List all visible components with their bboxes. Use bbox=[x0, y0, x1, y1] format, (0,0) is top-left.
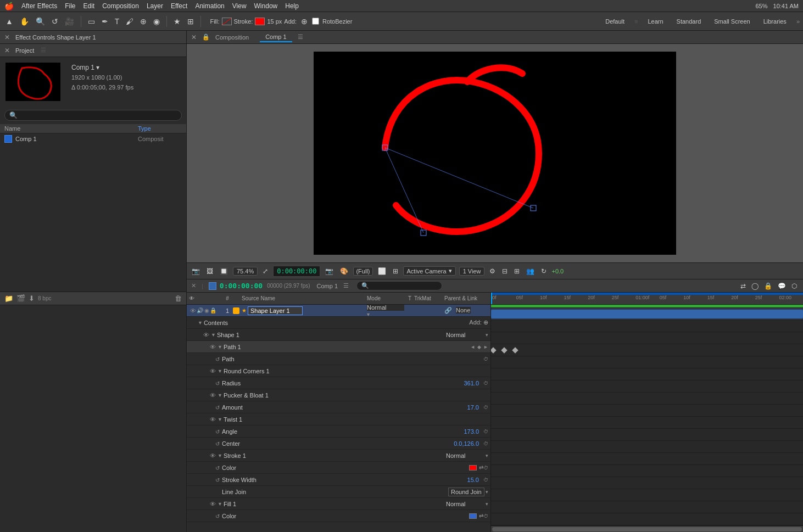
angle-row[interactable]: ↺ Angle 173.0 ⏱ bbox=[187, 425, 490, 438]
comp-tab[interactable]: Comp 1 bbox=[260, 32, 292, 42]
stroke1-row[interactable]: 👁 ▼ Stroke 1 Normal ▾ bbox=[187, 450, 490, 462]
timeline-transfer-btn[interactable]: ⇄ bbox=[739, 281, 748, 291]
line-join-row[interactable]: Line Join Round Join ▾ bbox=[187, 486, 490, 498]
workspace-small-screen[interactable]: Small Screen bbox=[711, 17, 753, 26]
comp-panel-menu-icon[interactable]: ☰ bbox=[298, 33, 303, 41]
stroke-color-row[interactable]: ↺ Color ⇄ ⏱ bbox=[187, 462, 490, 474]
comp-name-display[interactable]: Comp 1 ▾ bbox=[71, 63, 133, 73]
path-stopwatch-btn[interactable]: ⏱ bbox=[483, 356, 488, 362]
menu-edit[interactable]: Edit bbox=[83, 2, 94, 10]
comp-canvas[interactable] bbox=[187, 44, 803, 262]
project-close[interactable]: ✕ bbox=[4, 47, 10, 54]
rotate-tool[interactable]: ↺ bbox=[49, 16, 60, 27]
path-prop-row[interactable]: ↺ Path ⏱ bbox=[187, 353, 490, 365]
stroke-width-row[interactable]: ↺ Stroke Width 15.0 ⏱ bbox=[187, 474, 490, 486]
fill1-row[interactable]: 👁 ▼ Fill 1 Normal ▾ bbox=[187, 498, 490, 510]
project-search-input[interactable] bbox=[20, 112, 177, 119]
layer1-track[interactable] bbox=[491, 308, 803, 320]
layer-name-display[interactable]: Shape Layer 1 bbox=[248, 306, 303, 315]
line-join-select[interactable]: Round Join bbox=[448, 488, 484, 496]
hand-tool[interactable]: ✋ bbox=[18, 16, 31, 27]
round-corners-expand-arrow[interactable]: ▼ bbox=[218, 368, 222, 374]
radius-stopwatch[interactable]: ⏱ bbox=[483, 380, 488, 386]
round-corners-row[interactable]: 👁 ▼ Round Corners 1 bbox=[187, 365, 490, 377]
stroke1-mode-arrow[interactable]: ▾ bbox=[486, 453, 488, 458]
stroke-width-value[interactable]: 15 px bbox=[267, 18, 282, 25]
timeline-scrollbar-thumb[interactable] bbox=[492, 527, 802, 531]
timeline-time-display[interactable]: 0:00:00:00 bbox=[220, 282, 263, 290]
stroke-visibility-btn[interactable]: 👁 bbox=[209, 452, 216, 460]
menu-composition[interactable]: Composition bbox=[102, 2, 139, 10]
path1-kf-prev[interactable]: ◄ bbox=[470, 344, 475, 350]
people-btn[interactable]: 👥 bbox=[525, 266, 536, 276]
fit-btn[interactable]: ⤢ bbox=[261, 266, 270, 276]
menu-after-effects[interactable]: After Effects bbox=[21, 2, 57, 10]
amount-row[interactable]: ↺ Amount 17.0 ⏱ bbox=[187, 401, 490, 413]
show-snapshot-btn[interactable]: 🖼 bbox=[205, 266, 215, 276]
pen-tool[interactable]: ✒ bbox=[99, 16, 110, 27]
menu-animation[interactable]: Animation bbox=[195, 2, 224, 10]
text-tool[interactable]: T bbox=[113, 16, 122, 27]
refresh-btn[interactable]: ↻ bbox=[539, 266, 548, 276]
selection-tool[interactable]: ▲ bbox=[3, 16, 15, 27]
contents-add-btn[interactable]: Add: ⊕ bbox=[469, 319, 488, 326]
timeline-comment-btn[interactable]: 💬 bbox=[776, 281, 788, 291]
path1-row[interactable]: 👁 ▼ Path 1 ◄ ◆ ► bbox=[187, 341, 490, 353]
layer-row-1[interactable]: 👁 🔊 ◉ 🔒 1 ★ Shape Layer 1 bbox=[187, 305, 490, 317]
rectangle-tool[interactable]: ▭ bbox=[86, 16, 97, 27]
frame-camera-btn[interactable]: 📷 bbox=[324, 266, 335, 276]
timeline-search-input[interactable] bbox=[371, 283, 437, 289]
timeline-menu-icon[interactable]: ☰ bbox=[343, 282, 349, 289]
pucker-expand-arrow[interactable]: ▼ bbox=[218, 393, 222, 398]
menu-file[interactable]: File bbox=[65, 2, 75, 10]
zoom-tool[interactable]: 🔍 bbox=[34, 16, 47, 27]
color-btn[interactable]: 🎨 bbox=[338, 266, 350, 276]
contents-expand-arrow[interactable]: ▼ bbox=[198, 320, 203, 326]
project-title[interactable]: Project bbox=[15, 47, 34, 54]
brush-tool[interactable]: 🖌 bbox=[124, 16, 136, 27]
stroke-width-value[interactable]: 15.0 bbox=[467, 477, 479, 483]
menu-window[interactable]: Window bbox=[254, 2, 278, 10]
fill-visibility-btn[interactable]: 👁 bbox=[209, 500, 216, 508]
pucker-visibility-btn[interactable]: 👁 bbox=[209, 391, 216, 399]
workspace-learn[interactable]: Learn bbox=[644, 17, 666, 26]
fill-color-row[interactable]: ↺ Color ⇄ ⏱ bbox=[187, 510, 490, 522]
puppet-tool[interactable]: ◉ bbox=[151, 16, 162, 27]
comp-settings-btn[interactable]: ⚙ bbox=[488, 266, 497, 276]
layer-lock-btn[interactable]: 🔒 bbox=[210, 307, 216, 314]
stroke-expand-arrow[interactable]: ▼ bbox=[218, 453, 222, 458]
shape1-mode-arrow[interactable]: ▾ bbox=[486, 332, 488, 338]
roto-bezier-checkbox[interactable] bbox=[312, 18, 319, 25]
timeline-playhead[interactable] bbox=[491, 293, 492, 304]
timeline-lock-btn[interactable]: 🔒 bbox=[762, 281, 774, 291]
shape1-expand-arrow[interactable]: ▼ bbox=[211, 332, 216, 338]
twist-row[interactable]: 👁 ▼ Twist 1 bbox=[187, 413, 490, 425]
stroke-color-swatch[interactable] bbox=[469, 465, 477, 471]
clone-tool[interactable]: ⊕ bbox=[138, 16, 149, 27]
timeline-motion-btn[interactable]: ⬡ bbox=[790, 281, 799, 291]
fill-color-swatch[interactable] bbox=[469, 513, 477, 519]
contents-row[interactable]: ▼ Contents Add: ⊕ bbox=[187, 317, 490, 329]
stroke-color-stopwatch[interactable]: ⏱ bbox=[483, 465, 488, 471]
fill1-mode-arrow[interactable]: ▾ bbox=[486, 501, 488, 507]
menu-help[interactable]: Help bbox=[285, 2, 299, 10]
menu-layer[interactable]: Layer bbox=[147, 2, 163, 10]
layout2-btn[interactable]: ⊞ bbox=[512, 266, 521, 276]
fill-color-stopwatch[interactable]: ⏱ bbox=[483, 513, 488, 519]
current-time-display[interactable]: 0:00:00:00 bbox=[273, 266, 320, 277]
camera-select[interactable]: Active Camera ▾ bbox=[403, 266, 456, 276]
timeline-solo-btn[interactable]: ◯ bbox=[750, 281, 760, 291]
path1-visibility-btn[interactable]: 👁 bbox=[209, 343, 216, 351]
amount-stopwatch[interactable]: ⏱ bbox=[483, 405, 488, 410]
amount-value[interactable]: 17.0 bbox=[467, 404, 479, 411]
import-btn[interactable]: ⬇ bbox=[29, 294, 35, 303]
workspace-default[interactable]: Default bbox=[602, 17, 628, 26]
workspace-libraries[interactable]: Libraries bbox=[760, 17, 790, 26]
path1-expand-arrow[interactable]: ▼ bbox=[218, 344, 222, 350]
center-row[interactable]: ↺ Center 0.0,126.0 ⏱ bbox=[187, 438, 490, 450]
delete-btn[interactable]: 🗑 bbox=[175, 294, 182, 303]
align-tool[interactable]: ⊞ bbox=[185, 16, 196, 27]
stroke-swatch[interactable] bbox=[255, 18, 265, 25]
shape1-visibility-btn[interactable]: 👁 bbox=[202, 331, 210, 339]
show-channel-btn[interactable]: 🔲 bbox=[218, 266, 230, 276]
